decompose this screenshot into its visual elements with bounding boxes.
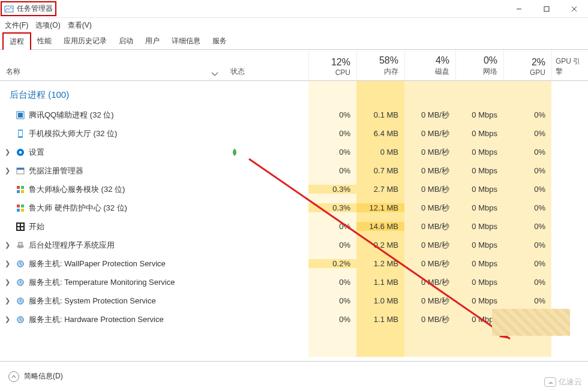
tab-users[interactable]: 用户 (139, 33, 166, 49)
titlebar: 任务管理器 (0, 0, 588, 18)
svg-rect-23 (21, 224, 23, 226)
process-name: 腾讯QQ辅助进程 (32 位) (26, 110, 230, 121)
svg-rect-16 (21, 190, 24, 193)
expand-toggle[interactable]: ❯ (0, 278, 14, 286)
tab-services[interactable]: 服务 (206, 33, 233, 49)
tab-app-history[interactable]: 应用历史记录 (58, 33, 113, 49)
process-name: 设置 (26, 147, 230, 158)
gpu-value: 0% (503, 240, 551, 249)
disk-value: 0 MB/秒 (404, 258, 455, 269)
cpu-value: 0% (308, 278, 356, 287)
process-icon (14, 110, 26, 120)
disk-value: 0 MB/秒 (404, 240, 455, 251)
header-sort-indicator[interactable] (134, 50, 230, 80)
process-icon (14, 240, 26, 250)
menu-view[interactable]: 查看(V) (68, 20, 92, 31)
header-disk[interactable]: 4% 磁盘 (404, 50, 455, 80)
minimize-button[interactable] (505, 0, 533, 18)
table-row[interactable]: 开始 0% 14.6 MB 0 MB/秒 0 Mbps 0% (0, 217, 588, 236)
memory-value: 1.1 MB (356, 278, 404, 287)
svg-rect-13 (17, 186, 20, 189)
process-icon (14, 259, 26, 269)
table-row[interactable]: 手机模拟大师大厅 (32 位) 0% 6.4 MB 0 MB/秒 0 Mbps … (0, 124, 588, 143)
brief-info-label[interactable]: 简略信息(D) (24, 371, 63, 381)
expand-toggle[interactable]: ❯ (0, 260, 14, 267)
svg-rect-0 (5, 6, 13, 12)
table-row[interactable]: ❯ 服务主机: System Protection Service 0% 1.0… (0, 291, 588, 310)
tab-startup[interactable]: 启动 (113, 33, 139, 49)
table-row[interactable]: ❯ 服务主机: Temperature Monitoring Service 0… (0, 273, 588, 291)
tabbar: 进程 性能 应用历史记录 启动 用户 详细信息 服务 (0, 33, 588, 50)
table-row[interactable]: ❯ 设置 0% 0 MB 0 MB/秒 0 Mbps 0% (0, 143, 588, 161)
table-row[interactable]: 腾讯QQ辅助进程 (32 位) 0% 0.1 MB 0 MB/秒 0 Mbps … (0, 106, 588, 124)
header-memory[interactable]: 58% 内存 (356, 50, 404, 80)
table-row[interactable]: 鲁大师 硬件防护中心 (32 位) 0.3% 12.1 MB 0 MB/秒 0 … (0, 198, 588, 217)
header-gpu[interactable]: 2% GPU (503, 50, 551, 80)
tab-processes[interactable]: 进程 (2, 32, 31, 50)
network-value: 0 Mbps (455, 129, 503, 138)
footer: 简略信息(D) ☁ 亿速云 (0, 361, 588, 391)
titlebar-app: 任务管理器 (1, 1, 56, 16)
cpu-value: 0.3% (308, 203, 356, 212)
process-icon (14, 185, 26, 194)
cpu-value: 0% (308, 296, 356, 305)
process-icon (14, 278, 26, 287)
watermark: ☁ 亿速云 (544, 377, 582, 387)
table-row[interactable]: ❯ 后台处理程序子系统应用 0% 0.2 MB 0 MB/秒 0 Mbps 0% (0, 236, 588, 254)
cpu-value: 0.2% (308, 259, 356, 268)
expand-toggle[interactable]: ❯ (0, 297, 14, 305)
header-gpu-engine[interactable]: GPU 引擎 (551, 50, 587, 80)
svg-rect-15 (17, 190, 20, 193)
table-row[interactable]: ❯ 服务主机: WallPaper Protection Service 0.2… (0, 254, 588, 273)
memory-value: 12.1 MB (356, 203, 404, 212)
table-row[interactable]: 鲁大师核心服务模块 (32 位) 0.3% 2.7 MB 0 MB/秒 0 Mb… (0, 180, 588, 198)
header-name[interactable]: 名称 (0, 50, 134, 80)
redacted-area (492, 309, 570, 336)
network-value: 0 Mbps (455, 148, 503, 157)
maximize-button[interactable] (533, 0, 560, 18)
svg-rect-18 (21, 204, 24, 207)
expand-toggle[interactable]: ❯ (0, 315, 14, 323)
memory-value: 0.7 MB (356, 166, 404, 175)
disk-value: 0 MB/秒 (404, 110, 455, 121)
menu-file[interactable]: 文件(F) (5, 20, 28, 31)
header-status[interactable]: 状态 (230, 50, 308, 80)
svg-rect-27 (19, 242, 22, 246)
group-background-processes[interactable]: 后台进程 (100) (0, 81, 588, 106)
expand-toggle[interactable]: ❯ (0, 167, 14, 175)
cpu-value: 0% (308, 110, 356, 119)
cpu-value: 0% (308, 222, 356, 231)
gpu-value: 0% (503, 166, 551, 175)
svg-rect-2 (544, 7, 549, 11)
process-icon (14, 296, 26, 306)
disk-total: 4% (436, 55, 449, 66)
tab-performance[interactable]: 性能 (31, 33, 58, 49)
network-value: 0 Mbps (455, 278, 503, 287)
process-name: 服务主机: WallPaper Protection Service (26, 258, 230, 269)
gpu-total: 2% (532, 57, 545, 68)
process-name: 手机模拟大师大厅 (32 位) (26, 128, 230, 139)
expand-up-button[interactable] (8, 371, 19, 382)
disk-value: 0 MB/秒 (404, 184, 455, 195)
memory-value: 2.7 MB (356, 185, 404, 194)
gpu-value: 0% (503, 259, 551, 268)
memory-value: 1.2 MB (356, 259, 404, 268)
expand-toggle[interactable]: ❯ (0, 241, 14, 249)
expand-toggle[interactable]: ❯ (0, 148, 14, 156)
disk-value: 0 MB/秒 (404, 203, 455, 213)
network-value: 0 Mbps (455, 296, 503, 305)
cpu-value: 0% (308, 315, 356, 324)
close-button[interactable] (560, 0, 588, 18)
disk-value: 0 MB/秒 (404, 166, 455, 176)
window-title: 任务管理器 (17, 4, 53, 14)
memory-value: 0 MB (356, 148, 404, 157)
table-row[interactable]: ❯ 凭据注册管理器 0% 0.7 MB 0 MB/秒 0 Mbps 0% (0, 161, 588, 180)
process-icon (14, 203, 26, 213)
menu-options[interactable]: 选项(O) (35, 20, 60, 31)
header-network[interactable]: 0% 网络 (455, 50, 503, 80)
gpu-value: 0% (503, 110, 551, 119)
tab-details[interactable]: 详细信息 (166, 33, 206, 49)
process-status (230, 148, 308, 157)
memory-value: 14.6 MB (356, 222, 404, 231)
header-cpu[interactable]: 12% CPU (308, 50, 356, 80)
